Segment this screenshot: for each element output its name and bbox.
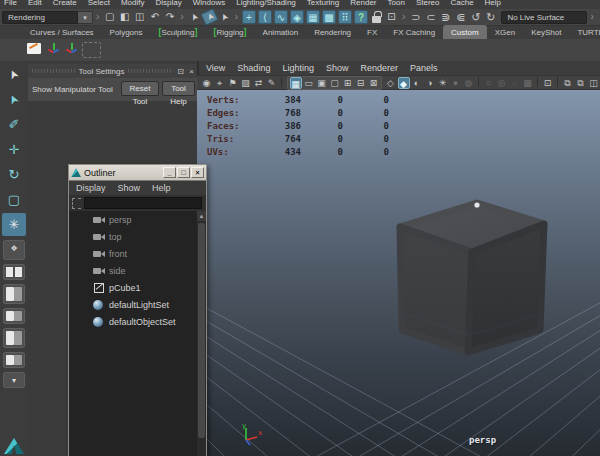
menu-item[interactable]: Create [53,0,77,7]
grease-pencil-icon[interactable]: ✎ [266,77,278,89]
snap-to-grids-icon[interactable]: + [242,10,256,24]
construction-hook-icon-1[interactable]: ⊃ [409,10,422,24]
use-default-material-icon[interactable]: ◑ [424,77,436,89]
shelf-tab[interactable]: Polygons [102,25,151,39]
snap-together-icon[interactable]: ⠿ [338,10,352,24]
construction-hook-icon-6[interactable]: ↻ [484,10,497,24]
filter-icon[interactable] [72,198,81,209]
last-tool-icon[interactable]: ✳ [2,213,26,236]
bookmark-icon[interactable]: ⚑ [227,77,239,89]
image-plane-icon[interactable]: ▨ [240,77,252,89]
menu-item[interactable]: Cache [450,0,473,7]
shelf-tab[interactable]: [Sculpting] [151,25,206,39]
panel-menu-item[interactable]: Lighting [282,63,314,73]
shelf-tab[interactable]: Rendering [306,25,359,39]
outliner-search-input[interactable] [84,197,202,209]
minimize-button[interactable]: _ [163,167,176,178]
menu-item[interactable]: Help [485,0,501,7]
safe-title-icon[interactable]: ⊠ [368,77,380,89]
persp-graph-layout-button[interactable] [3,308,25,324]
shelf-tab[interactable]: Animation [255,25,307,39]
snap-to-points-icon[interactable]: ∿ [274,10,288,24]
shelf-tab[interactable]: Custom [443,25,487,39]
scrollbar[interactable]: ▲ [197,211,206,456]
menu-item[interactable]: Edit [28,0,42,7]
outliner-item[interactable]: pCube1 [69,279,206,296]
construction-hook-icon-5[interactable]: ↺ [469,10,482,24]
drag-handle[interactable] [128,69,171,73]
redo-icon[interactable]: ↷ [163,10,176,24]
close-icon[interactable]: × [186,67,197,76]
field-chart-icon[interactable]: ⊞ [342,77,354,89]
menu-item[interactable]: Lighting/Shading [236,0,296,7]
shelf-tab[interactable]: TURTLE [569,25,600,39]
menu-item[interactable]: Modify [121,0,145,7]
shelf-tab[interactable]: KeyShot [523,25,569,39]
move-tool-icon[interactable]: ✛ [2,138,26,161]
no-live-surface-field[interactable]: No Live Surface [501,11,587,24]
outliner-item[interactable]: defaultObjectSet [69,313,206,330]
menu-item[interactable]: Display [156,0,182,7]
outliner-item[interactable]: defaultLightSet [69,296,206,313]
panel-menu-item[interactable]: Show [326,63,349,73]
snap-to-view-planes-icon[interactable]: ▦ [306,10,320,24]
menu-item[interactable]: Windows [193,0,225,7]
close-button[interactable]: × [191,167,204,178]
construction-hook-icon-4[interactable]: ⋐ [454,10,467,24]
lasso-tool-icon[interactable]: ➤ [0,84,29,115]
select-hierarchy-icon[interactable]: ➤ [185,8,203,26]
cube-object[interactable] [382,195,557,365]
outliner-item[interactable]: persp [69,211,206,228]
single-pane-layout-button[interactable]: ❖ [3,240,25,260]
open-scene-icon[interactable]: ◧ [118,10,131,24]
outliner-menu-item[interactable]: Display [76,183,106,193]
scale-tool-icon[interactable]: ▢ [2,188,26,211]
separator[interactable] [557,77,558,87]
tool-help-button[interactable]: Tool Help [162,81,195,96]
shelf-tab[interactable]: XGen [487,25,523,39]
safe-action-icon[interactable]: ⊟ [355,77,367,89]
shadows-icon[interactable]: ● [450,77,462,89]
textured-icon[interactable]: ◐ [411,77,423,89]
wireframe-icon[interactable]: ◇ [385,77,397,89]
lighting-all-icon[interactable]: ☀ [437,77,449,89]
separator[interactable] [478,77,479,87]
reset-tool-button[interactable]: Reset Tool [121,81,159,96]
scrollbar-thumb[interactable] [198,223,205,438]
camera-attributes-icon[interactable]: ⌖ [214,77,226,89]
construction-hook-icon-3[interactable]: ⋑ [439,10,452,24]
select-camera-icon[interactable]: ◉ [201,77,213,89]
construction-hook-icon-2[interactable]: ⊂ [424,10,437,24]
panel-menu-item[interactable]: Panels [410,63,438,73]
outliner-item[interactable]: front [69,245,206,262]
select-component-icon[interactable]: ➤ [215,8,233,26]
fog-icon[interactable]: ▩ [522,77,534,89]
viewport-canvas[interactable]: Verts: 384 0 0 Edges: 768 0 0 Faces: [197,90,600,456]
snap-to-curves-icon[interactable]: ⟨ [258,10,272,24]
menu-item[interactable]: Render [350,0,376,7]
motion-blur-icon[interactable]: ○ [483,77,495,89]
pane-layout-2-icon[interactable]: ⧉ [575,77,587,89]
menu-item[interactable]: File [4,0,17,7]
menu-item[interactable]: Texturing [307,0,339,7]
menu-item[interactable]: Toon [388,0,405,7]
float-panel-icon[interactable]: ⊡ [175,67,186,76]
new-scene-icon[interactable]: ▢ [103,10,116,24]
lock-selection-icon[interactable] [370,10,383,24]
layout-dropdown-button[interactable]: ▾ [3,372,25,388]
outliner-menu-item[interactable]: Help [152,183,171,193]
menu-set-selector[interactable]: Rendering ▾ [2,11,93,24]
panel-menu-item[interactable]: Renderer [360,63,398,73]
snap-to-projected-center-icon[interactable]: ◈ [290,10,304,24]
make-live-icon[interactable]: ▩ [322,10,336,24]
drag-handle[interactable] [32,69,75,73]
panel-menu-item[interactable]: View [206,63,225,73]
shelf-tab[interactable]: Curves / Surfaces [22,25,102,39]
shelf-tab[interactable]: FX [359,25,385,39]
maximize-button[interactable]: □ [177,167,190,178]
shaded-icon[interactable]: ◆ [398,77,410,89]
uv-layout-button[interactable] [3,352,25,368]
resolution-gate-icon[interactable]: ▣ [316,77,328,89]
snap-help-icon[interactable]: ? [354,10,368,24]
isolate-select-icon[interactable]: ⊡ [542,77,554,89]
